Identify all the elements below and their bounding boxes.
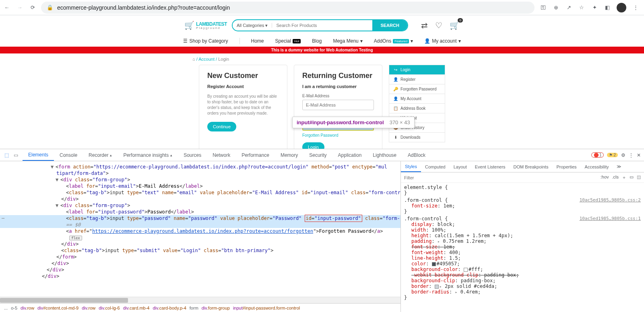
dom-crumb[interactable]: ... — [4, 306, 8, 310]
dom-crumb[interactable]: o-5 — [11, 306, 17, 310]
nav-mega-menu[interactable]: Mega Menu ▾ — [333, 38, 362, 44]
logo-cart-icon: 🛒 — [184, 21, 194, 30]
toggle-icon[interactable]: ◫ — [637, 174, 641, 181]
styles-tab[interactable]: Styles — [401, 161, 421, 172]
wishlist-icon[interactable]: ♡ — [435, 21, 442, 30]
cart-icon[interactable]: 🛒0 — [450, 21, 460, 30]
key-icon[interactable]: ⚿ — [539, 4, 547, 11]
styles-filter-input[interactable] — [401, 175, 597, 180]
search-button[interactable]: SEARCH — [372, 20, 407, 31]
extensions-icon[interactable]: ✦ — [591, 4, 598, 11]
settings-icon[interactable]: ⚙ — [621, 152, 625, 158]
devtools-tab[interactable]: Memory — [275, 149, 303, 161]
more-icon[interactable]: ⋮ — [629, 152, 634, 158]
styles-tab[interactable]: Accessibility — [581, 161, 613, 172]
new-customer-card: New Customer Register Account By creatin… — [199, 65, 287, 149]
devtools-element-tooltip: input#input-password.form-control370 × 4… — [292, 117, 415, 128]
notice-band: This is a dummy website for Web Automati… — [0, 47, 644, 53]
zoom-icon[interactable]: ⊕ — [552, 4, 559, 11]
sidebar-item[interactable]: 👤My Account — [389, 94, 445, 104]
compare-icon[interactable]: ⇄ — [421, 21, 428, 30]
nav-my-account[interactable]: 👤 My account ▾ — [424, 38, 460, 44]
css-rules[interactable]: element.style {}10ac5ed1985…9805b.css:2.… — [401, 183, 644, 312]
inspect-icon[interactable]: ⬚ — [3, 151, 10, 159]
search-input[interactable] — [272, 23, 372, 28]
devtools-tab[interactable]: Recorder ▴ — [83, 149, 118, 161]
address-bar[interactable]: 🔒 ecommerce-playground.lambdatest.io/ind… — [41, 2, 535, 14]
styles-tab[interactable]: DOM Breakpoints — [510, 161, 553, 172]
forward-button[interactable]: → — [16, 4, 23, 11]
dom-crumb[interactable]: div.card-body.p-4 — [153, 306, 186, 310]
dom-breadcrumbs[interactable]: ...o-5div.rowdiv#content.col-md-9div.row… — [0, 303, 400, 312]
dom-crumb[interactable]: div.card.mb-4 — [123, 306, 150, 310]
cls-toggle[interactable]: .cls — [612, 174, 619, 181]
devtools-tab[interactable]: Lighthouse — [367, 149, 402, 161]
add-rule-icon[interactable]: ＋ — [622, 174, 626, 181]
device-icon[interactable]: ▭ — [12, 151, 19, 159]
computed-icon[interactable]: ▭ — [630, 174, 634, 181]
lock-icon: 🔒 — [47, 4, 53, 10]
sidebar-item[interactable]: 👤Register — [389, 75, 445, 84]
email-field[interactable] — [302, 100, 374, 110]
crumb-account[interactable]: Account — [198, 57, 215, 62]
bookmark-icon[interactable]: ☆ — [578, 4, 585, 11]
nav-home[interactable]: Home — [251, 38, 264, 44]
search-bar: All Categories ▾ SEARCH — [232, 19, 408, 31]
styles-panel: StylesComputedLayoutEvent ListenersDOM B… — [400, 161, 644, 312]
warning-badge[interactable]: ⚑ 2 — [607, 153, 618, 157]
nav-blog[interactable]: Blog — [312, 38, 322, 44]
dom-h-scrollbar[interactable] — [0, 297, 400, 303]
dom-crumb[interactable]: form — [190, 306, 198, 310]
styles-tab[interactable]: Layout — [450, 161, 471, 172]
devtools-tab[interactable]: Network — [207, 149, 236, 161]
new-customer-title: New Customer — [207, 72, 279, 80]
nav-special[interactable]: SpecialHot — [275, 38, 301, 44]
sidebar-item[interactable]: 📋Address Book — [389, 104, 445, 113]
styles-tab[interactable]: Computed — [421, 161, 450, 172]
devtools-tab[interactable]: Application — [332, 149, 367, 161]
sidebar-item[interactable]: ⬇Downloads — [389, 133, 445, 142]
devtools-tab[interactable]: Performance insights ▴ — [118, 149, 178, 161]
nav-addons[interactable]: AddOnsFeatured ▾ — [374, 38, 413, 44]
email-label: E-Mail Address — [302, 94, 374, 98]
new-customer-desc: By creating an account you will be able … — [207, 94, 279, 116]
devtools-tab[interactable]: Security — [303, 149, 332, 161]
profile-avatar[interactable] — [617, 3, 626, 12]
login-button[interactable]: Login — [302, 142, 324, 149]
dom-crumb[interactable]: div.row — [82, 306, 95, 310]
devtools-tab[interactable]: AdBlock — [402, 149, 431, 161]
hov-toggle[interactable]: :hov — [601, 174, 609, 181]
breadcrumb: ⌂ / Account / Login — [0, 53, 644, 65]
shop-by-category[interactable]: ☰ Shop by Category — [183, 38, 228, 44]
styles-tab[interactable]: Properties — [552, 161, 580, 172]
dom-crumb[interactable]: div.row — [21, 306, 34, 310]
menu-icon[interactable]: ⋮ — [632, 4, 639, 11]
panel-icon[interactable]: ◧ — [604, 4, 611, 11]
url-text: ecommerce-playground.lambdatest.io/index… — [57, 4, 230, 11]
dom-crumb[interactable]: div.form-group — [202, 306, 230, 310]
site-logo[interactable]: 🛒 LAMBDATEST Playground — [184, 21, 227, 30]
devtools-tab[interactable]: Sources — [178, 149, 207, 161]
continue-button[interactable]: Continue — [207, 122, 236, 131]
styles-more[interactable]: ≫ — [613, 161, 625, 172]
dom-crumb[interactable]: input#input-password.form-control — [233, 306, 300, 310]
crumb-login: Login — [218, 57, 229, 62]
share-icon[interactable]: ↗ — [565, 4, 572, 11]
crumb-home-icon: ⌂ — [192, 57, 195, 62]
new-customer-sub: Register Account — [207, 84, 279, 89]
sidebar-item[interactable]: ↪Login — [389, 65, 445, 75]
back-button[interactable]: ← — [3, 4, 10, 11]
dom-crumb[interactable]: div#content.col-md-9 — [37, 306, 78, 310]
dom-crumb[interactable]: div.col-lg-6 — [99, 306, 120, 310]
reload-button[interactable]: ⟳ — [29, 4, 36, 11]
devtools-tab[interactable]: Performance — [236, 149, 275, 161]
devtools-tab[interactable]: Elements — [23, 149, 54, 161]
devtools-tab[interactable]: Console — [54, 149, 83, 161]
sidebar-item[interactable]: 🔑Forgotten Password — [389, 84, 445, 94]
dom-tree[interactable]: ▼<form action="https://ecommerce-playgro… — [0, 161, 400, 297]
styles-tab[interactable]: Event Listeners — [471, 161, 510, 172]
error-badge[interactable]: 🛑 1 — [591, 152, 604, 158]
forgot-password-link[interactable]: Forgotten Password — [302, 133, 374, 138]
category-select[interactable]: All Categories ▾ — [233, 23, 272, 28]
close-devtools-icon[interactable]: ✕ — [637, 152, 641, 158]
